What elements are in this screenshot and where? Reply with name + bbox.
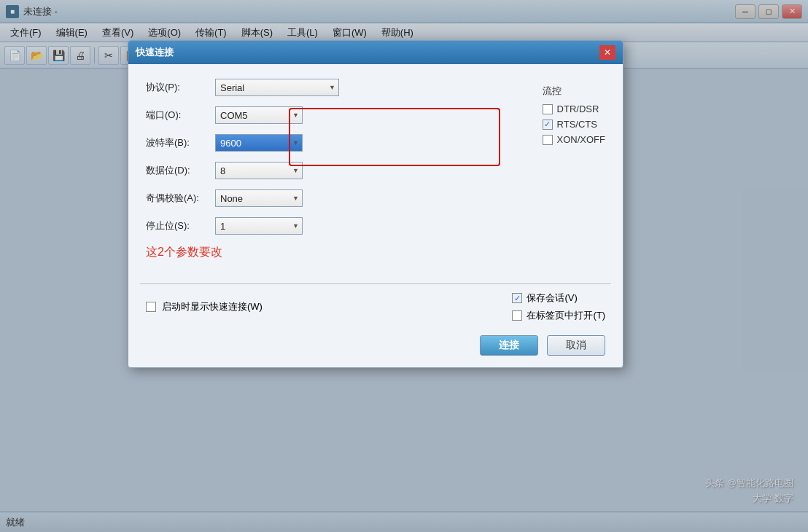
- quick-connect-dialog: 快速连接 ✕ 协议(P): Serial SSH Telnet: [128, 40, 624, 368]
- protocol-select[interactable]: Serial SSH Telnet Rlogin Raw: [215, 79, 339, 96]
- rts-cts-checkbox[interactable]: [543, 120, 553, 130]
- startup-show-label: 启动时显示快速连接(W): [162, 300, 263, 313]
- action-buttons: 连接 取消: [128, 335, 623, 367]
- parity-select[interactable]: None Odd Even Mark Space: [215, 189, 303, 207]
- rts-cts-label: RTS/CTS: [557, 119, 597, 130]
- annotation-text: 这2个参数要改: [146, 245, 605, 260]
- protocol-select-wrapper: Serial SSH Telnet Rlogin Raw: [215, 79, 339, 96]
- parity-row: 奇偶校验(A): None Odd Even Mark Space: [146, 189, 605, 207]
- dialog-close-button[interactable]: ✕: [599, 45, 615, 60]
- xon-xoff-checkbox[interactable]: [543, 135, 553, 145]
- cancel-button[interactable]: 取消: [547, 335, 605, 356]
- parity-label: 奇偶校验(A):: [146, 192, 215, 205]
- dialog-bottom: 启动时显示快速连接(W) 保存会话(V) 在标签页中打开(T): [128, 284, 623, 335]
- open-in-tab-label: 在标签页中打开(T): [527, 309, 605, 322]
- stop-bits-select-wrapper: 1 1.5 2: [215, 217, 303, 235]
- data-bits-row: 数据位(D): 5 6 7 8: [146, 162, 605, 179]
- save-session-label: 保存会话(V): [527, 292, 577, 305]
- dialog-body: 协议(P): Serial SSH Telnet Rlogin Raw: [128, 64, 623, 283]
- stop-bits-label: 停止位(S):: [146, 219, 215, 232]
- baud-select[interactable]: 1200 2400 4800 9600 19200 38400 57600 11…: [215, 134, 303, 152]
- data-bits-select[interactable]: 5 6 7 8: [215, 162, 303, 179]
- save-session-checkbox[interactable]: [512, 293, 522, 303]
- dtr-dsr-row: DTR/DSR: [543, 103, 605, 114]
- app-window: ■ 未连接 - ─ □ ✕ 文件(F) 编辑(E) 查看(V) 选项(O) 传输…: [0, 0, 808, 532]
- parity-select-wrapper: None Odd Even Mark Space: [215, 189, 303, 207]
- connect-button[interactable]: 连接: [480, 335, 538, 356]
- dialog-title: 快速连接: [136, 46, 599, 59]
- startup-show-checkbox[interactable]: [146, 302, 156, 312]
- flow-control-panel: 流控 DTR/DSR RTS/CTS XON/XOFF: [543, 85, 605, 149]
- rts-cts-row: RTS/CTS: [543, 119, 605, 130]
- open-in-tab-checkbox[interactable]: [512, 310, 522, 321]
- port-select[interactable]: COM1 COM2 COM3 COM4 COM5 COM6: [215, 106, 303, 124]
- open-in-tab-row: 在标签页中打开(T): [512, 309, 605, 322]
- xon-xoff-row: XON/XOFF: [543, 134, 605, 145]
- bottom-left-options: 启动时显示快速连接(W): [146, 300, 263, 313]
- protocol-row: 协议(P): Serial SSH Telnet Rlogin Raw: [146, 79, 605, 96]
- bottom-right-options: 保存会话(V) 在标签页中打开(T): [512, 292, 605, 322]
- baud-select-wrapper: 1200 2400 4800 9600 19200 38400 57600 11…: [215, 134, 303, 152]
- xon-xoff-label: XON/XOFF: [557, 134, 605, 145]
- baud-label: 波特率(B):: [146, 136, 215, 149]
- dialog-columns: 协议(P): Serial SSH Telnet Rlogin Raw: [146, 79, 605, 270]
- dialog-title-bar: 快速连接 ✕: [128, 41, 623, 64]
- data-bits-select-wrapper: 5 6 7 8: [215, 162, 303, 179]
- save-session-row: 保存会话(V): [512, 292, 605, 305]
- form-fields: 协议(P): Serial SSH Telnet Rlogin Raw: [146, 79, 605, 270]
- stop-bits-row: 停止位(S): 1 1.5 2: [146, 217, 605, 235]
- dtr-dsr-checkbox[interactable]: [543, 104, 553, 114]
- port-row: 端口(O): COM1 COM2 COM3 COM4 COM5 COM6: [146, 106, 605, 124]
- protocol-label: 协议(P):: [146, 81, 215, 94]
- flow-control-title: 流控: [543, 85, 605, 98]
- data-bits-label: 数据位(D):: [146, 164, 215, 177]
- dtr-dsr-label: DTR/DSR: [557, 103, 599, 114]
- baud-row: 波特率(B): 1200 2400 4800 9600 19200 38400 …: [146, 134, 605, 152]
- port-select-wrapper: COM1 COM2 COM3 COM4 COM5 COM6: [215, 106, 303, 124]
- stop-bits-select[interactable]: 1 1.5 2: [215, 217, 303, 235]
- port-label: 端口(O):: [146, 109, 215, 122]
